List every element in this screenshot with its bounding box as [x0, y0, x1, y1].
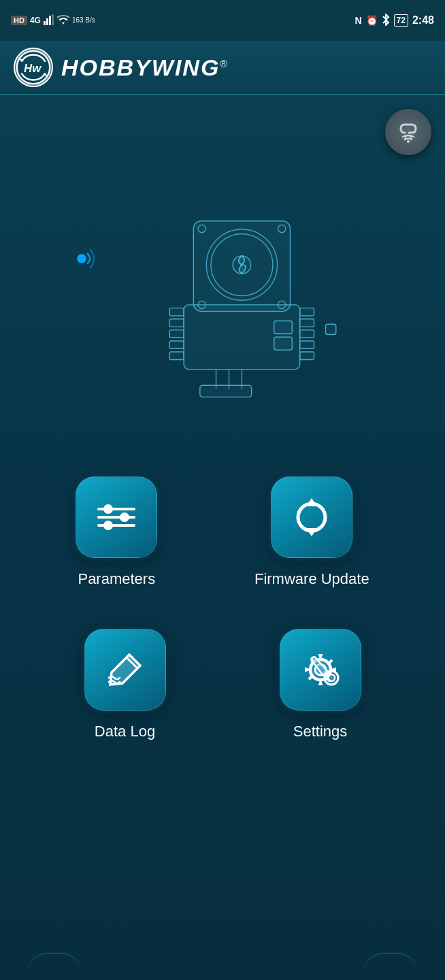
logo-brand-text: HOBBYWING®	[61, 54, 229, 80]
settings-label: Settings	[293, 723, 348, 740]
settings-button[interactable]: Settings	[280, 629, 361, 740]
svg-point-55	[328, 674, 335, 681]
svg-rect-34	[326, 324, 336, 334]
logo-circle: Hw	[14, 48, 53, 87]
firmware-icon-box	[271, 476, 352, 558]
signal-icon	[44, 14, 54, 27]
main-content: .esc-line { stroke: #4ab8d8; stroke-widt…	[0, 95, 445, 980]
svg-point-45	[103, 521, 113, 530]
parameters-label: Parameters	[78, 570, 155, 588]
nfc-icon: N	[355, 15, 361, 26]
menu-row-1: Parameters Firmware Up	[27, 476, 418, 588]
svg-rect-0	[44, 21, 46, 25]
nav-corner-left	[27, 953, 82, 973]
svg-marker-48	[306, 498, 317, 506]
svg-rect-16	[169, 330, 184, 338]
svg-rect-21	[300, 330, 314, 338]
menu-grid: Parameters Firmware Up	[0, 463, 445, 795]
svg-rect-1	[46, 18, 48, 25]
wifi-signal-indicator	[68, 238, 109, 282]
status-left: HD 4G 163 B/s	[11, 14, 95, 27]
svg-rect-18	[169, 352, 184, 359]
hd-badge: HD	[11, 16, 27, 25]
app-header: Hw HOBBYWING®	[0, 41, 445, 95]
status-bar: HD 4G 163 B/s N ⏰ 72 2:48	[0, 0, 445, 41]
esc-device-illustration: .esc-line { stroke: #4ab8d8; stroke-widt…	[100, 157, 345, 402]
logo-container: Hw HOBBYWING®	[14, 48, 229, 87]
svg-text:Hw: Hw	[24, 62, 42, 75]
svg-marker-5	[19, 58, 24, 62]
network-badge: 4G	[30, 16, 41, 25]
svg-rect-20	[300, 319, 314, 327]
time-display: 2:48	[412, 14, 434, 27]
parameters-icon-box	[76, 476, 157, 558]
network-speed: 163 B/s	[72, 16, 95, 24]
battery-indicator: 72	[394, 14, 408, 27]
svg-rect-3	[52, 14, 54, 25]
svg-point-4	[17, 51, 50, 84]
bluetooth-icon	[382, 14, 390, 28]
data-log-icon-box	[84, 629, 166, 710]
nav-corner-right	[363, 953, 418, 973]
status-right: N ⏰ 72 2:48	[355, 14, 434, 28]
svg-point-12	[76, 253, 86, 263]
svg-rect-17	[169, 341, 184, 348]
firmware-update-button[interactable]: Firmware Update	[254, 476, 369, 588]
device-area: .esc-line { stroke: #4ab8d8; stroke-widt…	[0, 102, 445, 456]
svg-rect-33	[274, 337, 293, 350]
svg-rect-23	[300, 352, 314, 359]
data-log-label: Data Log	[95, 723, 155, 740]
svg-marker-49	[306, 528, 317, 536]
bottom-navigation	[0, 939, 445, 980]
svg-rect-19	[300, 308, 314, 316]
wifi-icon	[57, 15, 69, 27]
svg-rect-32	[274, 321, 293, 334]
svg-rect-38	[200, 385, 252, 397]
svg-marker-6	[43, 73, 48, 77]
svg-rect-15	[169, 319, 184, 327]
data-log-button[interactable]: Data Log	[84, 629, 166, 740]
settings-icon-box	[280, 629, 361, 710]
svg-point-42	[120, 512, 129, 522]
svg-point-39	[103, 504, 113, 514]
menu-row-2: Data Log	[27, 629, 418, 740]
logo-text-container: HOBBYWING®	[61, 54, 229, 81]
parameters-button[interactable]: Parameters	[76, 476, 157, 588]
svg-rect-2	[49, 16, 51, 25]
svg-rect-14	[169, 308, 184, 316]
firmware-update-label: Firmware Update	[254, 570, 369, 588]
alarm-icon: ⏰	[366, 15, 378, 26]
svg-rect-22	[300, 341, 314, 348]
